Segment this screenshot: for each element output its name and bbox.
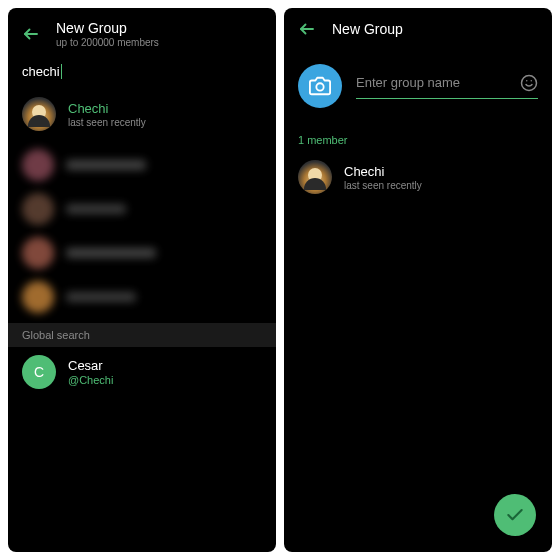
contact-name: Chechi (344, 164, 422, 179)
contact-row-global[interactable]: C Cesar @Chechi (8, 347, 276, 397)
svg-point-3 (522, 75, 537, 90)
contact-row-top[interactable]: Chechi last seen recently (8, 89, 276, 139)
back-icon[interactable] (298, 20, 316, 38)
search-input[interactable]: chechi (22, 64, 62, 79)
members-count: 1 member (284, 118, 552, 152)
emoji-icon[interactable] (520, 74, 538, 92)
text-cursor (61, 64, 63, 79)
set-photo-button[interactable] (298, 64, 342, 108)
search-row[interactable]: chechi (8, 60, 276, 89)
screen-name-group: New Group Enter group name 1 member Chec… (284, 8, 552, 552)
contact-name: Cesar (68, 358, 113, 373)
confirm-fab[interactable] (494, 494, 536, 536)
input-placeholder: Enter group name (356, 75, 512, 90)
header: New Group up to 200000 members (8, 8, 276, 60)
avatar (22, 97, 56, 131)
blurred-contacts (8, 139, 276, 323)
screen-select-members: New Group up to 200000 members chechi Ch… (8, 8, 276, 552)
member-row[interactable]: Chechi last seen recently (284, 152, 552, 202)
contact-handle: @Chechi (68, 374, 113, 386)
contact-name: Chechi (68, 101, 146, 116)
header: New Group (284, 8, 552, 50)
section-header-global: Global search (8, 323, 276, 347)
header-text: New Group up to 200000 members (56, 20, 159, 48)
contact-status: last seen recently (344, 180, 422, 191)
svg-point-2 (316, 83, 323, 90)
group-name-input[interactable]: Enter group name (356, 74, 538, 99)
avatar (298, 160, 332, 194)
contact-status: last seen recently (68, 117, 146, 128)
page-title: New Group (332, 21, 403, 37)
back-icon[interactable] (22, 25, 40, 43)
header-text: New Group (332, 21, 403, 37)
page-subtitle: up to 200000 members (56, 37, 159, 48)
group-input-row: Enter group name (284, 50, 552, 118)
avatar-letter: C (22, 355, 56, 389)
page-title: New Group (56, 20, 159, 36)
